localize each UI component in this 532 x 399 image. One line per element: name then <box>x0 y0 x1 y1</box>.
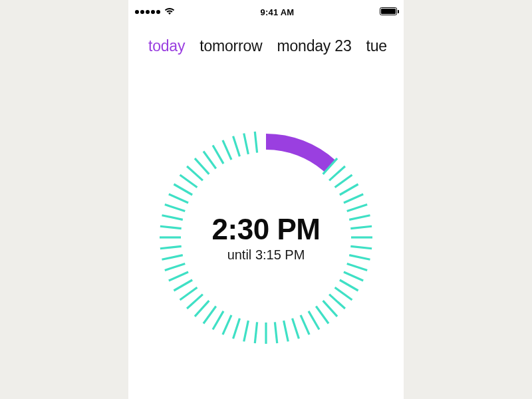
tab-monday-23[interactable]: monday 23 <box>277 37 352 58</box>
wifi-icon <box>164 7 175 17</box>
selected-time: 2:30 PM <box>212 213 321 246</box>
status-left <box>135 7 175 17</box>
tab-tue[interactable]: tue <box>366 37 387 58</box>
until-time: until 3:15 PM <box>227 247 305 263</box>
dial-center: 2:30 PM until 3:15 PM <box>153 124 379 350</box>
tab-tomorrow[interactable]: tomorrow <box>200 37 262 58</box>
battery-icon <box>380 7 397 17</box>
status-bar: 9:41 AM <box>128 4 404 20</box>
tab-today[interactable]: today <box>148 37 185 58</box>
signal-dots-icon <box>135 10 160 14</box>
phone-screen: 9:41 AM today tomorrow monday 23 tue 2:3… <box>128 0 404 399</box>
status-time: 9:41 AM <box>261 7 295 17</box>
time-dial[interactable]: 2:30 PM until 3:15 PM <box>153 124 379 350</box>
day-tabs: today tomorrow monday 23 tue <box>128 20 404 58</box>
